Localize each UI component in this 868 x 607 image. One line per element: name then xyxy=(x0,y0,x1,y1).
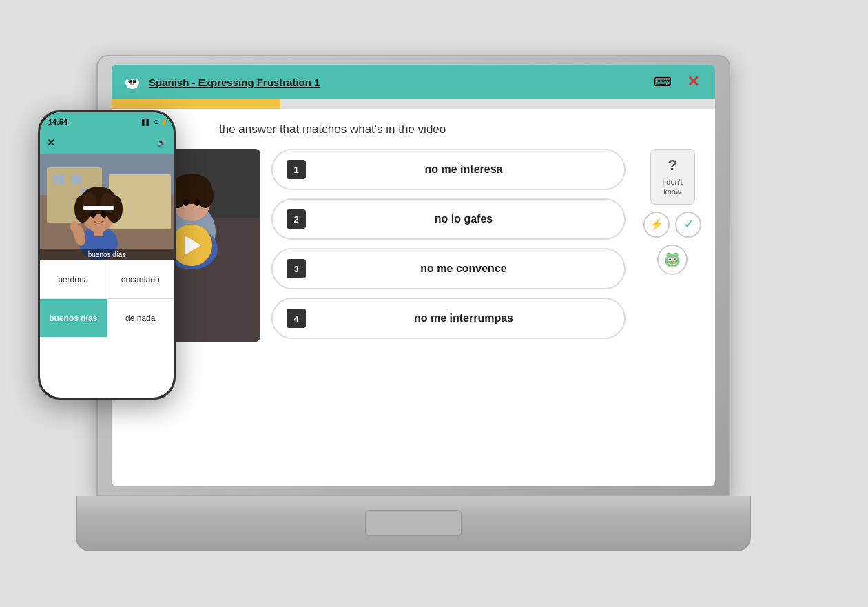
laptop-body: Spanish - Expressing Frustration 1 ⌨ ✕ xyxy=(96,55,730,496)
answer-text-4: no me interrumpas xyxy=(317,312,610,325)
answer-option-1[interactable]: 1 no me interesa xyxy=(271,149,626,190)
app-header: Spanish - Expressing Frustration 1 ⌨ ✕ xyxy=(112,65,715,99)
laptop-base xyxy=(76,496,751,551)
svg-point-17 xyxy=(194,199,200,206)
phone-close-button[interactable]: ✕ xyxy=(47,137,55,148)
keyboard-icon-btn[interactable]: ⌨ xyxy=(652,71,674,93)
answer-text-1: no me interesa xyxy=(317,163,610,176)
phone-answers-grid: perdona encantado buenos días de nada xyxy=(40,260,174,337)
laptop: Spanish - Expressing Frustration 1 ⌨ ✕ xyxy=(96,55,730,551)
svg-point-23 xyxy=(669,258,671,260)
answer-option-4[interactable]: 4 no me interrumpas xyxy=(271,298,626,339)
answer-text-3: no me convence xyxy=(317,263,610,275)
svg-rect-45 xyxy=(83,206,114,210)
keyboard-icon: ⌨ xyxy=(654,74,672,90)
phone-screen: 14:54 ▌▌ ⊙ ▮ ✕ 🔊 xyxy=(40,112,174,398)
play-icon xyxy=(185,236,201,255)
phone-answer-perdona[interactable]: perdona xyxy=(40,260,107,298)
lightning-button[interactable]: ⚡ xyxy=(643,212,670,238)
wifi-icon: ⊙ xyxy=(154,119,159,125)
answer-option-3[interactable]: 3 no me convence xyxy=(271,248,626,289)
answers-area: 1 no me interesa 2 no lo gafes xyxy=(271,149,626,473)
phone-sound-icon[interactable]: 🔊 xyxy=(156,138,167,147)
progress-bar-container xyxy=(112,99,715,109)
phone-status-bar: 14:54 ▌▌ ⊙ ▮ xyxy=(40,112,174,132)
phone-subtitle: buenos días xyxy=(40,249,174,260)
laptop-trackpad xyxy=(365,510,462,536)
svg-point-47 xyxy=(101,211,107,218)
check-icon: ✓ xyxy=(684,218,693,231)
svg-rect-34 xyxy=(54,174,64,185)
answer-number-1: 1 xyxy=(287,160,306,179)
svg-point-24 xyxy=(674,258,676,260)
question-mark-icon: ? xyxy=(668,156,676,174)
svg-point-25 xyxy=(671,260,674,263)
laptop-screen: Spanish - Expressing Frustration 1 ⌨ ✕ xyxy=(112,65,715,486)
sidebar-right: ? I don't know ⚡ ✓ xyxy=(643,149,701,473)
owl-icon xyxy=(662,249,683,270)
svg-point-7 xyxy=(133,77,137,81)
dont-know-label: I don't know xyxy=(655,177,690,197)
svg-point-15 xyxy=(197,183,214,208)
svg-point-6 xyxy=(127,77,132,81)
scene: Spanish - Expressing Frustration 1 ⌨ ✕ xyxy=(0,0,868,607)
battery-icon: ▮ xyxy=(162,119,165,125)
answer-text-2: no lo gafes xyxy=(317,213,610,225)
phone-time: 14:54 xyxy=(48,118,68,126)
app-header-icons: ⌨ ✕ xyxy=(652,71,704,93)
svg-point-27 xyxy=(674,252,678,256)
lightning-icon: ⚡ xyxy=(650,218,663,231)
svg-rect-35 xyxy=(71,174,81,185)
phone-answer-buenos-dias[interactable]: buenos días xyxy=(40,299,107,337)
app-content: the answer that matches what's in the vi… xyxy=(112,109,715,486)
phone-video: buenos días xyxy=(40,154,174,260)
phone-answer-de-nada[interactable]: de nada xyxy=(107,299,174,337)
close-button[interactable]: ✕ xyxy=(682,71,704,93)
svg-point-49 xyxy=(70,221,79,232)
icon-row: ⚡ ✓ xyxy=(643,212,701,238)
question-text: the answer that matches what's in the vi… xyxy=(219,123,701,136)
svg-point-26 xyxy=(667,252,671,256)
close-icon: ✕ xyxy=(687,73,699,91)
answer-number-3: 3 xyxy=(287,259,306,278)
app-title[interactable]: Spanish - Expressing Frustration 1 xyxy=(149,76,645,88)
svg-point-16 xyxy=(183,199,189,206)
signal-icon: ▌▌ xyxy=(142,119,151,125)
owl-button[interactable] xyxy=(657,245,688,275)
svg-point-4 xyxy=(134,80,136,81)
phone-header: ✕ 🔊 xyxy=(40,132,174,154)
phone-answer-encantado[interactable]: encantado xyxy=(107,260,174,298)
answer-option-2[interactable]: 2 no lo gafes xyxy=(271,198,626,240)
answer-number-2: 2 xyxy=(287,209,306,229)
play-button[interactable] xyxy=(171,225,212,266)
phone: 14:54 ▌▌ ⊙ ▮ ✕ 🔊 xyxy=(38,110,176,400)
svg-point-46 xyxy=(90,211,96,218)
dont-know-button[interactable]: ? I don't know xyxy=(650,149,695,205)
phone-status-icons: ▌▌ ⊙ ▮ xyxy=(142,119,165,125)
laptop-screen-bezel: Spanish - Expressing Frustration 1 ⌨ ✕ xyxy=(112,65,715,486)
content-row: 1 no me interesa 2 no lo gafes xyxy=(123,149,701,473)
answer-number-4: 4 xyxy=(287,309,306,328)
svg-point-3 xyxy=(130,80,132,81)
progress-bar-fill xyxy=(112,99,280,109)
check-button[interactable]: ✓ xyxy=(675,212,701,238)
svg-point-5 xyxy=(130,83,134,85)
app-logo xyxy=(123,72,142,92)
